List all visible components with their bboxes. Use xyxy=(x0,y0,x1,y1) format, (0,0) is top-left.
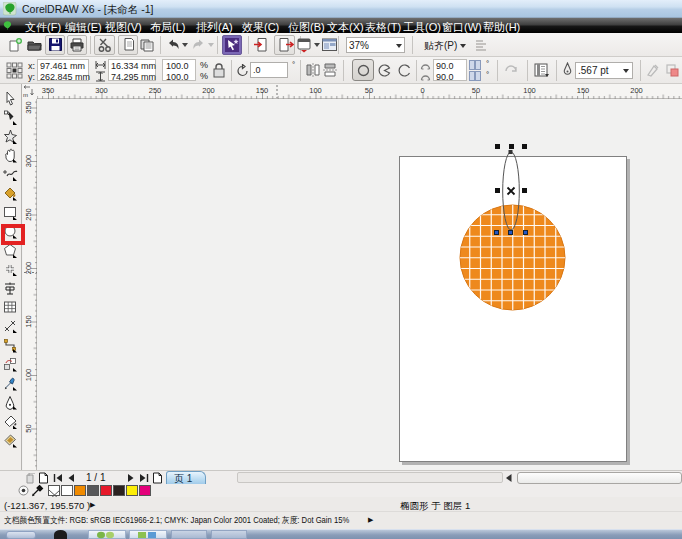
svg-text:250: 250 xyxy=(149,86,162,95)
svg-text:250: 250 xyxy=(24,208,33,221)
svg-text:300: 300 xyxy=(24,155,33,168)
svg-text:100: 100 xyxy=(24,369,33,382)
svg-text:100: 100 xyxy=(523,86,536,95)
svg-text:300: 300 xyxy=(95,86,108,95)
svg-text:100: 100 xyxy=(309,86,322,95)
svg-text:50: 50 xyxy=(472,86,480,95)
svg-text:50: 50 xyxy=(24,424,33,432)
svg-text:50: 50 xyxy=(365,86,373,95)
svg-text:150: 150 xyxy=(24,315,33,328)
svg-text:350: 350 xyxy=(24,101,33,114)
svg-text:200: 200 xyxy=(630,86,643,95)
svg-text:200: 200 xyxy=(202,86,215,95)
svg-text:150: 150 xyxy=(256,86,269,95)
svg-text:m: m xyxy=(23,92,28,98)
svg-text:0: 0 xyxy=(420,86,424,95)
svg-text:350: 350 xyxy=(42,86,55,95)
svg-text:150: 150 xyxy=(577,86,590,95)
